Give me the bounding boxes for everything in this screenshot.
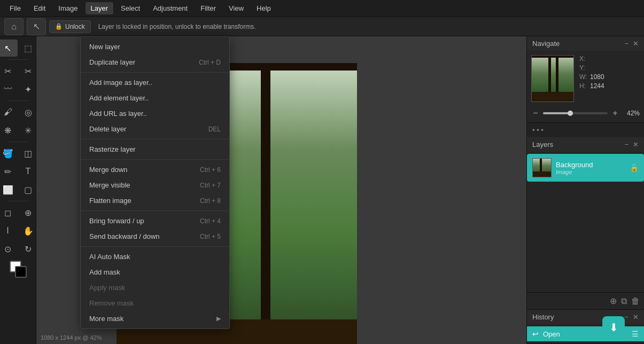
add-layer-btn[interactable]: ⊕ xyxy=(610,296,617,306)
stamp-tool[interactable]: ✦ xyxy=(19,81,38,98)
text-tool[interactable]: T xyxy=(19,163,38,180)
select-tool[interactable]: ↖ xyxy=(0,40,18,57)
layer-dropdown-menu: New layer Duplicate layer Ctrl + D Add i… xyxy=(80,36,230,329)
paint-bucket-tool[interactable]: 🪣 xyxy=(0,145,18,162)
menu-add-mask[interactable]: Add mask xyxy=(81,264,229,280)
wave-tool[interactable]: 〰 xyxy=(0,81,18,98)
w-label: W: xyxy=(579,73,588,81)
layer-lock-icon: 🔒 xyxy=(630,163,639,172)
frame-icon: ▢ xyxy=(24,185,32,195)
layer-name: Background xyxy=(556,161,625,169)
menu-add-element-layer[interactable]: Add element layer.. xyxy=(81,90,229,106)
heal-tool[interactable]: ◎ xyxy=(19,104,38,121)
tool-divider-2 xyxy=(7,100,29,101)
toolbar-info: Layer is locked in position, unlock to e… xyxy=(98,23,256,30)
menu-view[interactable]: View xyxy=(223,2,249,14)
rotate-tool[interactable]: ↻ xyxy=(19,240,38,257)
zoom-plus-btn[interactable]: + xyxy=(611,108,619,118)
lock-icon: 🔒 xyxy=(55,23,63,30)
zoom-slider[interactable] xyxy=(543,112,608,114)
menu-more-mask[interactable]: More mask ▶ xyxy=(81,311,229,326)
menu-ai-auto-mask[interactable]: AI Auto Mask xyxy=(81,249,229,264)
home-button[interactable]: ⌂ xyxy=(4,18,24,35)
history-item-open[interactable]: ↩ Open ☰ xyxy=(527,326,644,341)
eraser-tool[interactable]: ◻ xyxy=(0,204,18,221)
layers-minimize[interactable]: − xyxy=(624,140,629,148)
navigate-minimize[interactable]: − xyxy=(624,40,629,48)
menu-edit[interactable]: Edit xyxy=(28,2,51,14)
type-tool[interactable]: I xyxy=(0,222,18,239)
menu-file[interactable]: File xyxy=(4,2,26,14)
menu-merge-down[interactable]: Merge down Ctrl + 6 xyxy=(81,162,229,177)
menu-filter[interactable]: Filter xyxy=(195,2,221,14)
menu-flatten-image[interactable]: Flatten image Ctrl + 8 xyxy=(81,193,229,208)
navigate-header: Navigate − ✕ xyxy=(527,36,644,51)
brush-tool[interactable]: 🖌 xyxy=(0,104,18,121)
history-title: History xyxy=(532,313,554,321)
tool-panel: ↖ ⬚ ✂ ✂ 〰 ✦ 🖌 xyxy=(0,36,36,344)
navigate-title: Navigate xyxy=(532,40,560,48)
unlock-button[interactable]: 🔒 Unlock xyxy=(49,20,91,33)
x-label: X: xyxy=(579,55,588,62)
menu-bring-forward[interactable]: Bring forward / up Ctrl + 4 xyxy=(81,213,229,229)
separator-3 xyxy=(81,159,229,160)
scissors-tool[interactable]: ✂ xyxy=(19,62,38,80)
download-button[interactable]: ⬇ xyxy=(602,316,625,339)
history-minimize[interactable]: − xyxy=(624,313,629,321)
menu-adjustment[interactable]: Adjustment xyxy=(148,2,193,14)
brush-icon: 🖌 xyxy=(4,107,12,117)
zoom-minus-btn[interactable]: − xyxy=(531,108,540,118)
layers-close[interactable]: ✕ xyxy=(633,140,639,148)
menu-add-image-layer[interactable]: Add image as layer.. xyxy=(81,75,229,90)
scissors-icon: ✂ xyxy=(25,66,32,76)
history-close[interactable]: ✕ xyxy=(633,313,639,321)
frame-tool[interactable]: ▢ xyxy=(19,181,38,198)
menu-remove-mask[interactable]: Remove mask xyxy=(81,295,229,311)
menu-rasterize-layer[interactable]: Rasterize layer xyxy=(81,142,229,157)
delete-layer-btn[interactable]: 🗑 xyxy=(631,296,640,306)
select-icon: ↖ xyxy=(4,43,11,53)
menu-image[interactable]: Image xyxy=(53,2,83,14)
menubar: File Edit Image Layer Select Adjustment … xyxy=(0,0,644,17)
layer-item-background[interactable]: Background Image 🔒 xyxy=(527,154,644,182)
color-swatch[interactable] xyxy=(10,261,27,278)
panel-more-btn[interactable]: • • • xyxy=(532,126,544,134)
cursor-button[interactable]: ↖ xyxy=(27,18,46,35)
type-icon: I xyxy=(6,226,9,236)
duplicate-layer-btn[interactable]: ⧉ xyxy=(621,296,627,306)
hand-icon: ✋ xyxy=(23,226,34,236)
lasso-tool[interactable]: ⬚ xyxy=(19,40,38,57)
navigate-close[interactable]: ✕ xyxy=(633,40,639,48)
crop-tool[interactable]: ✂ xyxy=(0,62,18,80)
menu-apply-mask[interactable]: Apply mask xyxy=(81,280,229,295)
text-icon: T xyxy=(26,167,31,176)
menu-duplicate-layer[interactable]: Duplicate layer Ctrl + D xyxy=(81,54,229,70)
menu-add-url-layer[interactable]: Add URL as layer.. xyxy=(81,106,229,121)
eraser-icon: ◻ xyxy=(4,208,11,218)
layer-type: Image xyxy=(556,169,625,175)
menu-select[interactable]: Select xyxy=(115,2,145,14)
menu-delete-layer[interactable]: Delete layer DEL xyxy=(81,121,229,137)
clone-tool[interactable]: ⊕ xyxy=(19,204,38,221)
zoom-row: − + 42% xyxy=(527,106,644,122)
menu-help[interactable]: Help xyxy=(251,2,276,14)
menu-new-layer[interactable]: New layer xyxy=(81,39,229,54)
gradient-tool[interactable]: ◫ xyxy=(19,145,38,162)
hand-tool[interactable]: ✋ xyxy=(19,222,38,239)
nav-coords: X: Y: W: 1080 H: 1244 xyxy=(579,55,604,90)
heal-icon: ◎ xyxy=(25,107,32,118)
pen-tool[interactable]: ✏ xyxy=(0,163,18,180)
menu-send-backward[interactable]: Send backward / down Ctrl + 5 xyxy=(81,229,229,244)
stamp-icon: ✦ xyxy=(25,84,32,95)
background-color[interactable] xyxy=(15,266,27,278)
zoom-tool[interactable]: ⊙ xyxy=(0,240,18,257)
menu-layer[interactable]: Layer xyxy=(86,2,114,14)
history-doc-icon: ☰ xyxy=(632,330,639,338)
history-header: History − ✕ xyxy=(527,310,644,324)
separator-4 xyxy=(81,210,229,211)
blur-tool[interactable]: ❋ xyxy=(0,122,18,139)
navigate-section: Navigate − ✕ X: xyxy=(527,36,644,123)
menu-merge-visible[interactable]: Merge visible Ctrl + 7 xyxy=(81,177,229,193)
sharpen-tool[interactable]: ✳ xyxy=(19,122,38,139)
shape-tool[interactable]: ⬜ xyxy=(0,181,18,198)
